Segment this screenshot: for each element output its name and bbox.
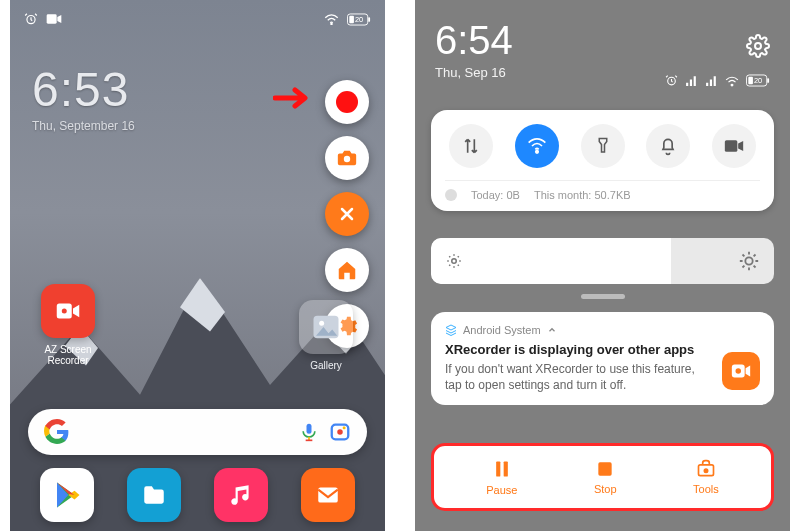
home-fab-button[interactable] [325,248,369,292]
lens-icon[interactable] [329,421,351,443]
svg-point-14 [337,429,343,435]
status-bar-left: 20 [10,8,385,30]
alarm-icon [665,74,678,87]
home-time: 6:53 [32,62,135,117]
chevron-up-icon [547,325,557,335]
svg-text:20: 20 [754,76,762,85]
svg-rect-25 [725,140,738,152]
svg-point-2 [331,23,332,24]
svg-rect-12 [307,424,312,434]
data-usage-row[interactable]: Today: 0B This month: 50.7KB [445,189,760,201]
app-files[interactable] [127,468,181,522]
wifi-icon [324,13,339,25]
battery-icon: 20 [746,74,770,87]
music-note-icon [228,482,254,508]
svg-rect-21 [767,78,769,83]
pause-button[interactable]: Pause [486,458,517,496]
close-icon [337,204,357,224]
svg-rect-15 [343,427,346,430]
android-layers-icon [445,324,457,336]
shade-status-icons: 20 [665,74,770,87]
app-mail[interactable] [301,468,355,522]
toolbox-icon [695,459,717,479]
stop-icon [595,459,615,479]
svg-point-11 [319,321,324,326]
folder-icon [141,482,167,508]
quick-settings-card: Today: 0B This month: 50.7KB [431,110,774,211]
close-fab-button[interactable] [325,192,369,236]
signal-icon [705,74,718,87]
signal-icon [685,74,698,87]
app-gallery[interactable]: Gallery [295,300,357,371]
app-az-recorder[interactable]: AZ Screen Recorder [34,284,102,366]
tutorial-arrow-icon [273,86,315,110]
recorder-controls-card: Pause Stop Tools [431,443,774,511]
svg-rect-31 [503,462,507,477]
shade-header: 6:54 Thu, Sep 16 [415,18,790,80]
svg-rect-1 [47,14,57,23]
videocam-icon [53,296,83,326]
flashlight-icon [594,136,612,156]
shade-drag-handle[interactable] [581,294,625,299]
svg-point-19 [731,84,733,86]
shade-time: 6:54 [435,18,770,63]
qs-flashlight[interactable] [581,124,625,168]
svg-rect-22 [748,77,753,84]
wifi-icon [725,75,739,87]
home-icon [336,259,358,281]
svg-rect-4 [368,17,370,22]
camera-icon [46,13,62,25]
camera-icon [336,147,358,169]
svg-point-9 [62,309,67,314]
notif-app-icon [722,352,760,390]
screenshot-button[interactable] [325,136,369,180]
svg-rect-16 [318,487,338,502]
brightness-low-icon [431,252,477,270]
brightness-slider[interactable] [431,238,774,284]
mail-icon [315,482,341,508]
app-play-store[interactable] [40,468,94,522]
svg-point-7 [344,156,350,162]
svg-point-24 [536,151,539,154]
svg-rect-5 [349,15,354,22]
alarm-icon [24,12,38,26]
videocam-icon [730,360,752,382]
phone-left-home: 20 6:53 Thu, September 16 AZ Screen Reco… [10,0,385,531]
pause-icon [492,458,512,480]
home-date: Thu, September 16 [32,119,135,133]
record-button[interactable] [325,80,369,124]
phone-right-shade: 6:54 Thu, Sep 16 20 [415,0,790,531]
google-search-bar[interactable] [28,409,367,455]
gear-icon [746,34,770,58]
google-logo-icon [44,419,70,445]
notification-android-system[interactable]: Android System XRecorder is displaying o… [431,312,774,405]
svg-rect-32 [599,462,612,475]
record-icon [336,91,358,113]
svg-point-29 [736,368,742,374]
bell-icon [658,136,678,156]
picture-icon [311,312,341,342]
home-clock-widget: 6:53 Thu, September 16 [32,62,135,133]
notif-source-row: Android System [445,324,760,336]
app-music[interactable] [214,468,268,522]
tools-button[interactable]: Tools [693,459,719,495]
stop-button[interactable]: Stop [594,459,617,495]
settings-gear-button[interactable] [746,34,770,58]
notif-title: XRecorder is displaying over other apps [445,342,760,357]
usage-dot-icon [445,189,457,201]
qs-screen-record[interactable] [712,124,756,168]
svg-text:20: 20 [355,15,363,24]
qs-dnd[interactable] [646,124,690,168]
notif-body: If you don't want XRecorder to use this … [445,361,760,393]
data-arrows-icon [461,136,481,156]
play-icon [52,480,82,510]
svg-point-17 [755,43,761,49]
qs-wifi[interactable] [515,124,559,168]
wifi-icon [527,136,547,156]
svg-point-34 [704,469,707,472]
svg-rect-30 [496,462,500,477]
mic-icon[interactable] [299,422,319,442]
qs-mobile-data[interactable] [449,124,493,168]
home-dock [10,465,385,525]
brightness-high-icon [724,250,774,272]
